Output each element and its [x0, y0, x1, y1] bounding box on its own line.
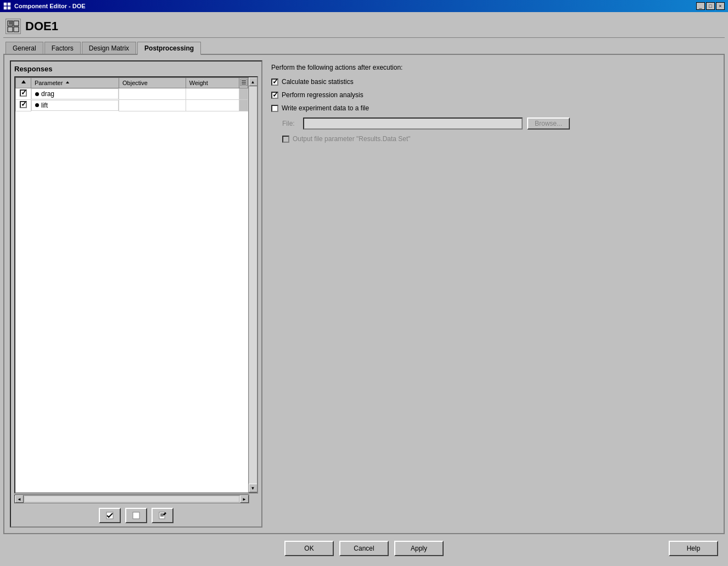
title-bar-icon [3, 2, 11, 10]
bottom-buttons: OK Cancel Apply Help [3, 534, 725, 563]
left-panel-buttons [14, 508, 258, 523]
calc-stats-row: Calculate basic statistics [271, 78, 715, 86]
svg-marker-12 [66, 81, 69, 83]
write-file-label: Write experiment data to a file [282, 104, 369, 112]
lift-weight[interactable] [186, 100, 239, 111]
minimize-button[interactable]: _ [696, 2, 705, 10]
uncheck-all-button[interactable] [125, 508, 147, 523]
table-row: drag [16, 88, 248, 100]
output-file-checkbox[interactable] [282, 136, 289, 143]
right-panel: Perform the following actions after exec… [268, 60, 718, 528]
write-file-checkbox[interactable] [271, 105, 278, 112]
calc-stats-label: Calculate basic statistics [282, 78, 354, 86]
scroll-up[interactable]: ▲ [249, 77, 257, 86]
maximize-button[interactable]: □ [706, 2, 715, 10]
svg-rect-18 [133, 512, 139, 519]
parameter-col-header[interactable]: Parameter [31, 78, 119, 88]
responses-table: Parameter Objective [15, 77, 248, 111]
scroll-down[interactable]: ▼ [249, 484, 257, 492]
drag-weight[interactable] [186, 88, 239, 100]
table-row: lift [16, 100, 248, 111]
main-window: DOE1 General Factors Design Matrix Postp… [0, 12, 728, 566]
calc-stats-checkbox[interactable] [271, 79, 278, 86]
drag-dot [35, 92, 39, 96]
svg-rect-3 [8, 7, 10, 9]
svg-rect-2 [4, 7, 7, 9]
tab-postprocessing[interactable]: Postprocessing [137, 42, 201, 55]
left-panel: Responses [10, 60, 262, 528]
write-file-row: Write experiment data to a file [271, 104, 715, 112]
browse-button[interactable]: Browse... [527, 117, 570, 130]
regression-row: Perform regression analysis [271, 91, 715, 99]
title-bar-text: Component Editor - DOE [14, 3, 86, 9]
cancel-button[interactable]: Cancel [339, 541, 389, 556]
tab-design-matrix[interactable]: Design Matrix [82, 42, 136, 55]
output-file-label: Output file parameter "Results.Data Set" [293, 135, 411, 143]
row-check-lift[interactable] [20, 101, 27, 108]
vertical-scrollbar[interactable]: ▲ ▼ [248, 77, 257, 492]
svg-rect-19 [159, 512, 165, 519]
apply-button[interactable]: Apply [394, 541, 444, 556]
weight-col-header[interactable]: Weight [186, 78, 239, 88]
responses-title: Responses [14, 65, 258, 73]
file-input[interactable] [303, 117, 523, 130]
svg-marker-11 [21, 80, 26, 83]
tab-general[interactable]: General [5, 42, 43, 55]
file-label: File: [282, 120, 299, 127]
svg-rect-7 [14, 27, 19, 32]
scroll-left[interactable]: ◄ [15, 495, 24, 503]
lift-objective[interactable] [119, 100, 186, 111]
check-all-button[interactable] [99, 508, 121, 523]
svg-rect-5 [14, 21, 19, 26]
tab-factors[interactable]: Factors [44, 42, 81, 55]
window-header: DOE1 [3, 15, 725, 38]
drag-objective[interactable] [119, 88, 186, 100]
edit-button[interactable] [152, 508, 173, 523]
svg-rect-1 [8, 3, 10, 5]
tabs-container: General Factors Design Matrix Postproces… [3, 41, 725, 54]
actions-instruction: Perform the following actions after exec… [271, 64, 715, 71]
regression-label: Perform regression analysis [282, 91, 363, 99]
help-button[interactable]: Help [669, 541, 718, 556]
scroll-right[interactable]: ► [240, 495, 249, 503]
regression-checkbox[interactable] [271, 92, 278, 99]
lift-parameter: lift [41, 102, 48, 109]
window-title: DOE1 [25, 19, 58, 33]
objective-col-header[interactable]: Objective [119, 78, 186, 88]
row-check-drag[interactable] [20, 89, 27, 97]
svg-rect-6 [8, 27, 13, 32]
drag-parameter: drag [41, 90, 54, 98]
content-area: Responses [3, 54, 725, 534]
title-bar: Component Editor - DOE _ □ × [0, 0, 728, 12]
output-file-row: Output file parameter "Results.Data Set" [282, 135, 715, 143]
ok-button[interactable]: OK [284, 541, 334, 556]
sort-col-header [16, 78, 31, 88]
svg-rect-0 [4, 3, 7, 5]
doe-icon [5, 19, 21, 34]
lift-dot [35, 103, 39, 107]
close-button[interactable]: × [716, 2, 725, 10]
file-row: File: Browse... [282, 117, 715, 130]
title-bar-controls: _ □ × [696, 2, 725, 10]
